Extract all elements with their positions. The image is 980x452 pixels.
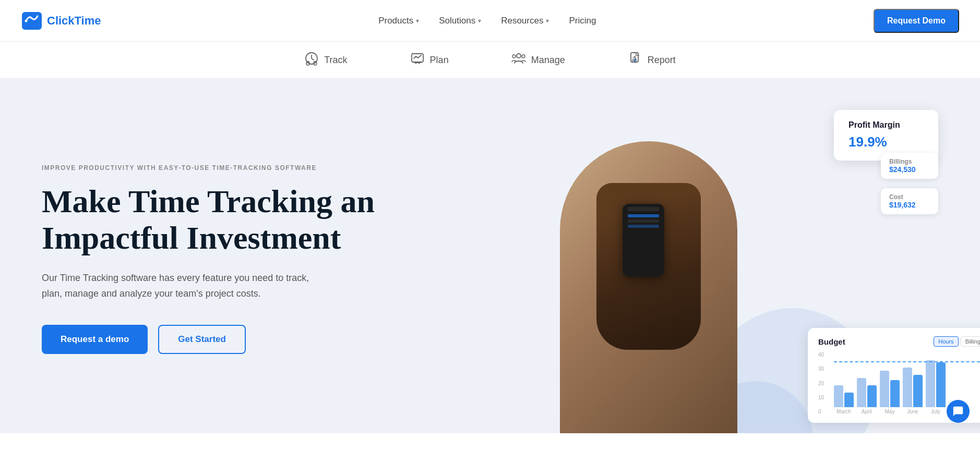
bar-march-light (834, 385, 843, 407)
bar-group-april: April (857, 378, 877, 414)
label-june: June (907, 409, 918, 414)
logo-icon (21, 11, 43, 31)
nav-links: Products ▾ Solutions ▾ Resources ▾ Prici… (371, 11, 603, 30)
svg-point-7 (512, 55, 516, 58)
hero-eyebrow: IMPROVE PRODUCTIVITY WITH EASY-TO-USE TI… (42, 163, 508, 173)
sub-nav-report[interactable]: Report (628, 51, 676, 69)
billings-label: Billings (889, 158, 930, 165)
clock-icon (304, 51, 319, 69)
sub-nav-track[interactable]: Track (304, 51, 347, 69)
people-icon (511, 51, 526, 69)
bar-may-light (880, 371, 889, 407)
cost-mini-card: Cost $19,632 (881, 188, 938, 214)
nav-solutions[interactable]: Solutions ▾ (432, 11, 488, 30)
y-label-20: 20 (818, 381, 824, 386)
bar-group-may: May (880, 371, 900, 414)
sub-nav-report-label: Report (648, 55, 676, 66)
bar-group-june: June (903, 368, 923, 414)
chart-icon (410, 51, 425, 69)
budget-tabs: Hours Billing (934, 336, 980, 347)
y-label-40: 40 (818, 352, 824, 358)
label-april: April (862, 409, 872, 414)
svg-rect-10 (632, 59, 634, 63)
bar-july-light (926, 360, 935, 407)
bar-april-dark (867, 385, 877, 407)
svg-rect-11 (635, 58, 636, 63)
y-label-30: 30 (818, 366, 824, 372)
sub-nav-track-label: Track (324, 55, 347, 66)
chat-bubble-button[interactable] (947, 400, 970, 423)
label-may: May (885, 409, 895, 414)
hero-buttons: Request a demo Get Started (42, 325, 508, 354)
label-march: March (836, 409, 851, 414)
sub-nav-plan[interactable]: Plan (410, 51, 449, 69)
hero-subtitle: Our Time Tracking software has every fea… (42, 271, 324, 301)
billings-value: $24,530 (889, 165, 930, 174)
svg-point-1 (25, 19, 28, 22)
bar-july-dark (936, 362, 946, 407)
request-demo-cta-button[interactable]: Request a demo (42, 325, 148, 354)
sub-nav: Track Plan Manage (0, 42, 980, 79)
chevron-down-icon: ▾ (546, 17, 549, 25)
svg-point-8 (522, 55, 525, 58)
profit-margin-title: Profit Margin (848, 120, 924, 130)
hero-image (560, 141, 737, 433)
request-demo-button[interactable]: Request Demo (874, 9, 959, 33)
chat-icon (952, 406, 964, 417)
nav-pricing[interactable]: Pricing (561, 11, 603, 30)
hero-left: IMPROVE PRODUCTIVITY WITH EASY-TO-USE TI… (0, 79, 539, 433)
brand-name: ClickTime (47, 14, 101, 28)
cost-value: $19,632 (889, 201, 930, 209)
bar-june-light (903, 368, 912, 407)
bar-group-july: July (926, 360, 946, 414)
navbar: ClickTime Products ▾ Solutions ▾ Resourc… (0, 0, 980, 42)
sub-nav-manage-label: Manage (531, 55, 565, 66)
budget-tab-billing[interactable]: Billing (961, 336, 980, 347)
y-label-0: 0 (818, 409, 824, 414)
budget-tab-hours[interactable]: Hours (934, 336, 958, 347)
nav-products[interactable]: Products ▾ (371, 11, 426, 30)
hero-title: Make Time Tracking an Impactful Investme… (42, 184, 508, 256)
y-label-10: 10 (818, 395, 824, 400)
cost-label: Cost (889, 193, 930, 201)
bar-group-march: March (834, 385, 854, 414)
bar-march-dark (844, 393, 854, 407)
bar-may-dark (890, 380, 900, 407)
dashed-reference-line (834, 361, 980, 362)
brand-logo[interactable]: ClickTime (21, 11, 101, 31)
get-started-button[interactable]: Get Started (158, 325, 246, 354)
hero-right: Profit Margin 19.9% Billings $24,530 Cos… (539, 79, 980, 433)
phone-device (623, 204, 664, 277)
profit-margin-value: 19.9% (848, 134, 924, 150)
bar-april-light (857, 378, 866, 407)
label-july: July (931, 409, 940, 414)
chart-y-labels: 40 30 20 10 0 (818, 352, 824, 414)
chevron-down-icon: ▾ (416, 17, 419, 25)
sub-nav-manage[interactable]: Manage (511, 51, 565, 69)
hero-section: IMPROVE PRODUCTIVITY WITH EASY-TO-USE TI… (0, 79, 980, 433)
bar-june-dark (913, 375, 923, 407)
svg-point-6 (517, 54, 521, 58)
budget-title: Budget (818, 337, 845, 346)
document-icon (628, 51, 642, 69)
nav-resources[interactable]: Resources ▾ (494, 11, 556, 30)
sub-nav-plan-label: Plan (430, 55, 449, 66)
chevron-down-icon: ▾ (478, 17, 481, 25)
billings-mini-card: Billings $24,530 (881, 153, 938, 179)
budget-header: Budget Hours Billing (818, 336, 980, 347)
